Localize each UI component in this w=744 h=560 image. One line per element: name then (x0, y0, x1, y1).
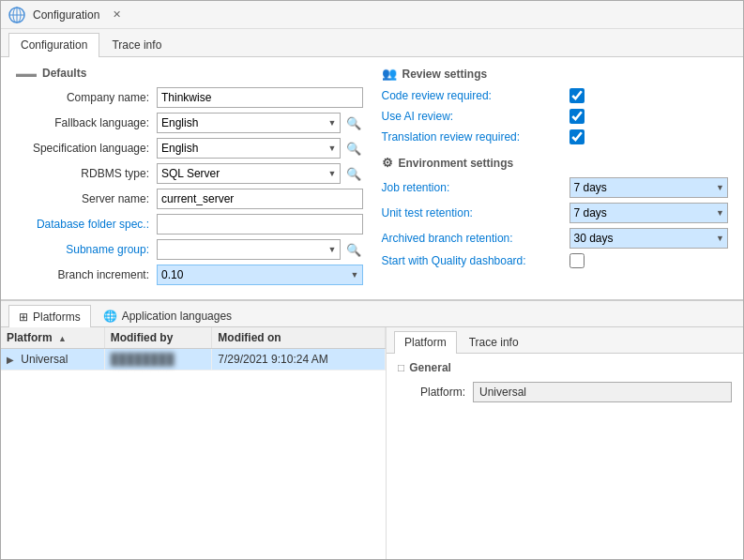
expand-arrow-icon: ▶ (7, 355, 14, 365)
review-settings-header: 👥 Review settings (382, 67, 729, 81)
db-folder-input[interactable] (157, 214, 363, 235)
close-button[interactable]: ✕ (111, 8, 123, 21)
platform-detail-tab-bar: Platform Trace info (387, 327, 743, 354)
platforms-tab-label: Platforms (33, 310, 81, 324)
branch-increment-select-wrapper: 0.10 ▼ (157, 265, 363, 285)
bottom-content: Platform ▲ Modified by Modified on (1, 327, 743, 559)
tab-configuration[interactable]: Configuration (8, 33, 99, 57)
right-panel: 👥 Review settings Code review required: … (382, 67, 729, 290)
db-folder-row: Database folder spec.: (16, 214, 363, 235)
spec-language-select[interactable]: English (157, 138, 341, 159)
modified-by-column-header[interactable]: Modified by (104, 327, 212, 349)
subname-group-search-button[interactable]: 🔍 (344, 241, 363, 259)
platforms-table: Platform ▲ Modified by Modified on (1, 327, 386, 371)
fallback-language-search-button[interactable]: 🔍 (344, 114, 363, 132)
platforms-tab-icon: ⊞ (19, 310, 28, 324)
rdbms-type-select[interactable]: SQL Server (157, 163, 341, 184)
archived-branch-label: Archived branch retention: (382, 232, 569, 245)
subname-group-select[interactable] (157, 239, 341, 260)
server-name-input[interactable] (157, 189, 363, 209)
company-name-label: Company name: (16, 91, 157, 104)
spec-language-search-button[interactable]: 🔍 (344, 140, 363, 158)
window-title: Configuration (33, 8, 99, 22)
branch-increment-label: Branch increment: (16, 268, 157, 281)
rdbms-type-label: RDBMS type: (16, 167, 157, 180)
ai-review-row: Use AI review: (382, 109, 729, 124)
platform-name-label: Platform: (398, 386, 473, 399)
app-languages-tab-label: Application languages (122, 310, 232, 323)
rdbms-select-wrapper: SQL Server ▼ (157, 163, 341, 184)
platform-column-header[interactable]: Platform ▲ (1, 327, 104, 349)
job-retention-row: Job retention: 7 days ▼ (382, 177, 729, 198)
fallback-language-select[interactable]: English (157, 113, 341, 133)
fallback-language-label: Fallback language: (16, 116, 157, 129)
table-row[interactable]: ▶ Universal ████████ 7/29/2021 9:10:24 A… (1, 349, 386, 371)
quality-dashboard-row: Start with Quality dashboard: (382, 253, 729, 268)
branch-increment-select[interactable]: 0.10 (157, 265, 363, 285)
platform-sort-icon: ▲ (58, 334, 67, 343)
server-name-label: Server name: (16, 192, 157, 205)
tab-platforms[interactable]: ⊞ Platforms (8, 305, 91, 327)
modified-on-column-header[interactable]: Modified on (212, 327, 386, 349)
tab-app-languages[interactable]: 🌐 Application languages (93, 305, 242, 326)
defaults-header: ▬▬ Defaults (16, 67, 363, 80)
defaults-icon: ▬▬ (16, 68, 37, 79)
general-title: General (409, 361, 451, 374)
subname-group-label: Subname group: (16, 243, 157, 256)
subname-group-row: Subname group: ▼ 🔍 (16, 239, 363, 260)
top-section: ▬▬ Defaults Company name: Fallback langu… (1, 57, 743, 299)
env-settings-title: Environment settings (399, 157, 514, 170)
quality-dashboard-label: Start with Quality dashboard: (382, 254, 569, 267)
job-retention-select[interactable]: 7 days (569, 177, 729, 198)
main-tab-bar: Configuration Trace info (1, 29, 743, 57)
bottom-section: ⊞ Platforms 🌐 Application languages (1, 299, 743, 559)
unit-test-retention-select-wrapper: 7 days ▼ (569, 203, 729, 223)
fallback-language-select-wrapper: English ▼ (157, 113, 341, 133)
platform-general-header: □ General (398, 361, 732, 374)
translation-review-label: Translation review required: (382, 130, 569, 144)
archived-branch-retention-row: Archived branch retention: 30 days ▼ (382, 228, 729, 249)
left-panel: ▬▬ Defaults Company name: Fallback langu… (16, 67, 363, 290)
translation-review-checkbox[interactable] (569, 129, 585, 144)
subname-group-select-wrapper: ▼ (157, 239, 341, 260)
spec-language-label: Specification language: (16, 142, 157, 155)
job-retention-select-wrapper: 7 days ▼ (569, 177, 729, 198)
platform-cell: ▶ Universal (1, 349, 104, 371)
content-area: ▬▬ Defaults Company name: Fallback langu… (1, 57, 743, 559)
window-icon (8, 7, 25, 23)
app-languages-tab-icon: 🌐 (103, 310, 117, 323)
modified-by-cell: ████████ (104, 349, 212, 371)
fallback-language-row: Fallback language: English ▼ 🔍 (16, 113, 363, 133)
platform-detail-content: □ General Platform: Universal (387, 354, 743, 415)
archived-branch-select-wrapper: 30 days ▼ (569, 228, 729, 249)
platform-detail-tab-platform[interactable]: Platform (394, 331, 457, 354)
unit-test-retention-select[interactable]: 7 days (569, 203, 729, 223)
modified-by-value: ████████ (111, 353, 175, 366)
modified-on-cell: 7/29/2021 9:10:24 AM (212, 349, 386, 371)
company-name-input[interactable] (157, 87, 363, 108)
ai-review-label: Use AI review: (382, 110, 569, 123)
env-settings-header: ⚙ Environment settings (382, 156, 729, 170)
ai-review-checkbox[interactable] (569, 109, 585, 124)
db-folder-label: Database folder spec.: (16, 218, 157, 231)
spec-language-select-wrapper: English ▼ (157, 138, 341, 159)
code-review-label: Code review required: (382, 89, 569, 102)
platform-detail-tab-trace-info[interactable]: Trace info (459, 331, 529, 353)
platforms-table-area: Platform ▲ Modified by Modified on (1, 327, 387, 559)
spec-language-row: Specification language: English ▼ 🔍 (16, 138, 363, 159)
job-retention-label: Job retention: (382, 181, 569, 194)
code-review-checkbox[interactable] (569, 88, 585, 103)
table-header-row: Platform ▲ Modified by Modified on (1, 327, 386, 349)
tab-trace-info[interactable]: Trace info (99, 33, 174, 56)
bottom-tab-bar: ⊞ Platforms 🌐 Application languages (1, 301, 743, 327)
rdbms-search-button[interactable]: 🔍 (344, 165, 363, 183)
quality-dashboard-checkbox[interactable] (569, 253, 585, 268)
platform-name-row: Platform: Universal (398, 382, 732, 402)
company-name-row: Company name: (16, 87, 363, 108)
env-icon: ⚙ (382, 156, 393, 170)
review-settings-title: Review settings (402, 68, 488, 81)
translation-review-row: Translation review required: (382, 129, 729, 144)
platform-name-value: Universal (473, 382, 732, 402)
code-review-row: Code review required: (382, 88, 729, 103)
archived-branch-select[interactable]: 30 days (569, 228, 729, 249)
